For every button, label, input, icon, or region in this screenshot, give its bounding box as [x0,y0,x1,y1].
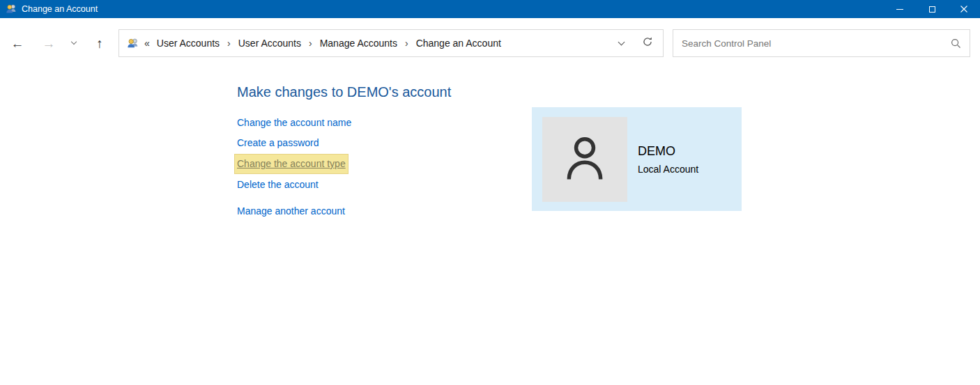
address-bar: « User Accounts › User Accounts › Manage… [118,29,664,57]
link-change-account-type[interactable]: Change the account type [234,154,349,174]
up-button[interactable]: ↑ [89,33,110,54]
main-content: Make changes to DEMO's account Change th… [0,68,980,385]
user-accounts-icon [6,3,17,15]
breadcrumb-collapse-button[interactable]: « [144,38,150,49]
account-card: DEMO Local Account [532,107,742,211]
minimize-icon [896,9,903,10]
breadcrumb-item-manage-accounts[interactable]: Manage Accounts [319,38,399,49]
page-title: Make changes to DEMO's account [237,84,451,100]
account-avatar [542,117,627,202]
breadcrumb-item-user-accounts-2[interactable]: User Accounts [237,38,303,49]
refresh-button[interactable] [635,36,656,50]
breadcrumb-item-change-an-account[interactable]: Change an Account [415,38,503,49]
back-button[interactable]: ← [7,33,28,54]
link-delete-account[interactable]: Delete the account [237,175,319,195]
search-input[interactable] [682,38,945,49]
link-create-password[interactable]: Create a password [237,133,319,153]
account-name: DEMO [638,144,675,159]
breadcrumb-separator[interactable]: › [303,38,319,49]
chevron-down-icon [618,38,625,45]
navigation-toolbar: ← → ↑ « User Accounts › User Accounts [0,18,980,68]
window-controls [884,0,980,18]
minimize-button[interactable] [884,0,916,18]
refresh-icon [642,36,653,50]
window-title: Change an Account [22,5,98,14]
forward-button[interactable]: → [38,33,59,54]
breadcrumb-item-user-accounts-1[interactable]: User Accounts [155,38,221,49]
close-button[interactable] [948,0,980,18]
link-change-account-name[interactable]: Change the account name [237,113,351,133]
breadcrumb-separator[interactable]: › [221,38,237,49]
back-icon: ← [11,37,24,50]
address-dropdown-button[interactable] [608,42,635,45]
forward-icon: → [43,37,56,50]
account-type-label: Local Account [638,164,698,175]
recent-locations-button[interactable] [67,33,81,54]
user-icon [558,131,612,188]
search-icon[interactable] [951,38,961,49]
close-icon [960,3,967,15]
task-links: Change the account name Create a passwor… [237,113,351,221]
breadcrumb-separator[interactable]: › [399,38,415,49]
location-icon [127,38,139,49]
maximize-button[interactable] [916,0,948,18]
link-manage-another-account[interactable]: Manage another account [237,201,345,221]
up-icon: ↑ [96,37,103,50]
title-bar: Change an Account [0,0,980,18]
search-box [673,29,970,57]
chevron-down-icon [71,39,77,45]
control-panel-window: Change an Account ← → ↑ [0,0,980,385]
maximize-icon [929,6,935,13]
